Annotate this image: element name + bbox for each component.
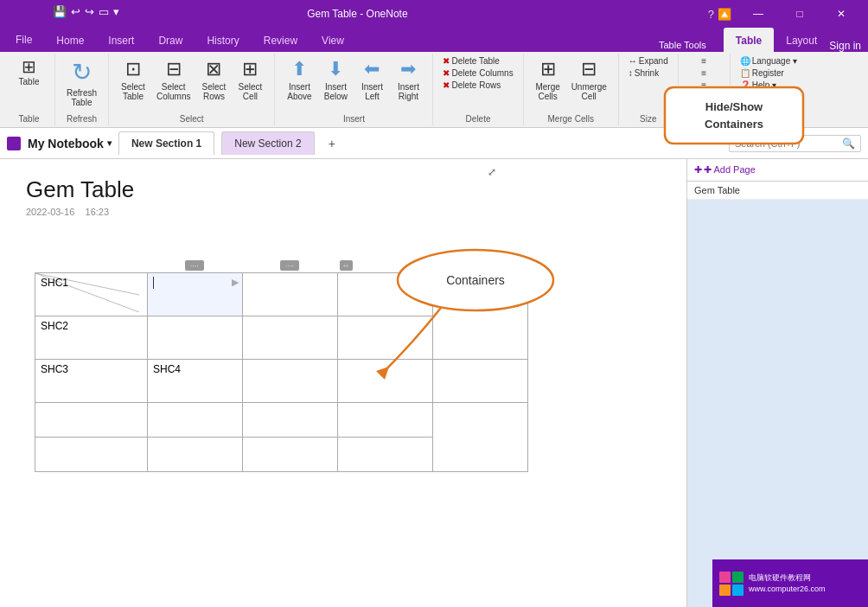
unmerge-cell-button[interactable]: ⊟ Unmerge Cell <box>567 55 611 104</box>
svg-text:Containers: Containers <box>705 118 763 131</box>
select-cell-button[interactable]: ⊞ Select Cell <box>233 55 267 104</box>
insert-right-button[interactable]: ➡ Insert Right <box>391 55 425 104</box>
logo-q4 <box>732 585 744 596</box>
shapes-icon[interactable]: ▭ <box>98 4 110 19</box>
cell-shc2[interactable]: SHC2 <box>35 316 148 360</box>
cell-r5c2[interactable] <box>148 438 243 472</box>
table-button[interactable]: ⊞ Table <box>12 55 47 89</box>
delete-table-icon: ✖ <box>443 56 450 66</box>
notebook-icon <box>7 137 21 150</box>
close-button[interactable]: ✕ <box>821 0 861 28</box>
select-group-buttons: ⊡ Select Table ⊟ Select Columns ⊠ Select… <box>116 55 267 112</box>
tab-layout[interactable]: Layout <box>774 28 829 52</box>
select-rows-button[interactable]: ⊠ Select Rows <box>196 55 231 104</box>
merge-cells-button[interactable]: ⊞ Merge Cells <box>531 55 565 104</box>
hidshow-svg: Hide/Show Containers <box>661 83 816 169</box>
col-handle-2[interactable]: ···· <box>280 260 299 271</box>
cell-r4c1[interactable] <box>35 403 148 438</box>
merge-group-label: Merge Cells <box>548 112 594 124</box>
refresh-table-button[interactable]: ↻ Refresh Table <box>62 55 101 110</box>
undo-icon[interactable]: ↩ <box>70 4 81 19</box>
delete-columns-button[interactable]: ✖ Delete Columns <box>440 67 515 79</box>
logo-q1 <box>719 572 731 583</box>
tab-view[interactable]: View <box>310 28 356 52</box>
cell-r2c2[interactable] <box>148 316 243 360</box>
page-title: Gem Table <box>26 176 661 203</box>
language-icon: 🌐 <box>740 56 750 66</box>
tab-insert[interactable]: Insert <box>96 28 146 52</box>
minimize-button[interactable]: — <box>738 0 778 28</box>
page-area: ⤢ Gem Table 2022-03-16 16:23 Containers <box>0 159 686 607</box>
more-icon[interactable]: ▾ <box>112 4 120 19</box>
tab-table[interactable]: Table <box>724 28 774 52</box>
tab-draw[interactable]: Draw <box>146 28 195 52</box>
text-cursor <box>153 277 154 289</box>
signin-link[interactable]: Sign in <box>829 40 861 52</box>
section-tab-2[interactable]: New Section 2 <box>221 131 314 155</box>
ribbon-group-merge: ⊞ Merge Cells ⊟ Unmerge Cell Merge Cells <box>524 54 619 125</box>
cell-btn-2[interactable]: ≡ <box>699 67 709 79</box>
register-button[interactable]: 📋 Register <box>737 67 800 79</box>
save-icon[interactable]: 💾 <box>52 4 67 19</box>
cell-r2c3[interactable] <box>243 316 338 360</box>
tab-history[interactable]: History <box>195 28 251 52</box>
delete-group-rows: ✖ Delete Table ✖ Delete Columns ✖ Delete… <box>440 55 515 91</box>
table-row <box>35 403 528 438</box>
maximize-button[interactable]: □ <box>780 0 820 28</box>
section-tab-1[interactable]: New Section 1 <box>118 131 214 155</box>
tab-file[interactable]: File <box>3 28 44 52</box>
tab-home[interactable]: Home <box>44 28 96 52</box>
cell-shc1[interactable]: SHC1 <box>35 273 148 316</box>
logo-q2 <box>732 572 744 583</box>
insert-below-button[interactable]: ⬇ Insert Below <box>318 55 353 104</box>
insert-left-button[interactable]: ⬅ Insert Left <box>354 55 389 104</box>
select-table-button[interactable]: ⊡ Select Table <box>116 55 150 104</box>
notebook-name[interactable]: My Notebook ▾ <box>28 137 112 150</box>
select-table-icon: ⊡ <box>125 58 141 80</box>
add-section-button[interactable]: + <box>322 133 342 154</box>
watermark-text: 电脑软硬件教程网 www.computer26.com <box>749 572 826 594</box>
delete-table-button[interactable]: ✖ Delete Table <box>440 55 515 67</box>
select-columns-button[interactable]: ⊟ Select Columns <box>152 55 195 104</box>
expand-arrows-icon: ⤢ <box>488 166 496 178</box>
ribbon-group-insert: ⬆ Insert Above ⬇ Insert Below ⬅ Insert L… <box>275 54 433 125</box>
cell-shc3[interactable]: SHC3 <box>35 360 148 403</box>
table-row <box>35 438 528 472</box>
cell-r4c4[interactable] <box>338 403 433 438</box>
insert-above-button[interactable]: ⬆ Insert Above <box>282 55 316 104</box>
cell-r5c3[interactable] <box>243 438 338 472</box>
search-icon[interactable]: 🔍 <box>842 137 855 150</box>
cell-shc4[interactable]: SHC4 <box>148 360 243 403</box>
active-cell[interactable]: ▶ <box>148 273 243 316</box>
expand-button[interactable]: ↔ Expand <box>626 55 671 67</box>
delete-rows-button[interactable]: ✖ Delete Rows <box>440 80 515 91</box>
help-icon[interactable]: ? <box>708 8 714 21</box>
redo-icon[interactable]: ↪ <box>84 4 95 19</box>
tab-review[interactable]: Review <box>252 28 310 52</box>
cell-r3c3[interactable] <box>243 360 338 403</box>
notebook-dropdown-icon[interactable]: ▾ <box>107 138 112 148</box>
cell-r1c3[interactable] <box>243 273 338 316</box>
cell-r5c4[interactable] <box>338 438 433 472</box>
page-date: 2022-03-16 16:23 <box>26 207 661 217</box>
table-icon: ⊞ <box>22 58 36 75</box>
hidshow-callout-container: Hide/Show Containers <box>661 83 816 171</box>
merge-group-buttons: ⊞ Merge Cells ⊟ Unmerge Cell <box>531 55 611 112</box>
insert-below-icon: ⬇ <box>328 58 343 80</box>
cell-r4c2[interactable] <box>148 403 243 438</box>
page-list-item[interactable]: Gem Table <box>687 182 868 200</box>
cell-btn-1[interactable]: ≡ <box>699 55 709 67</box>
svg-rect-5 <box>665 87 803 144</box>
shrink-icon: ↕ <box>629 68 633 78</box>
cell-r5c1[interactable] <box>35 438 148 472</box>
ribbon-toggle-icon[interactable]: 🔼 <box>718 8 731 21</box>
insert-left-icon: ⬅ <box>364 58 380 80</box>
expand-view-button[interactable]: ⤢ <box>488 166 496 178</box>
title-bar: 💾 ↩ ↪ ▭ ▾ Gem Table - OneNote ? 🔼 — □ ✕ <box>0 0 868 28</box>
cell-r4c3[interactable] <box>243 403 338 438</box>
col-handle-1[interactable]: ···· <box>185 260 204 271</box>
svg-marker-2 <box>376 367 389 380</box>
shrink-button[interactable]: ↕ Shrink <box>626 67 671 79</box>
language-button[interactable]: 🌐 Language ▾ <box>737 55 800 67</box>
ribbon-container: File Home Insert Draw History Review Vie… <box>0 28 868 52</box>
